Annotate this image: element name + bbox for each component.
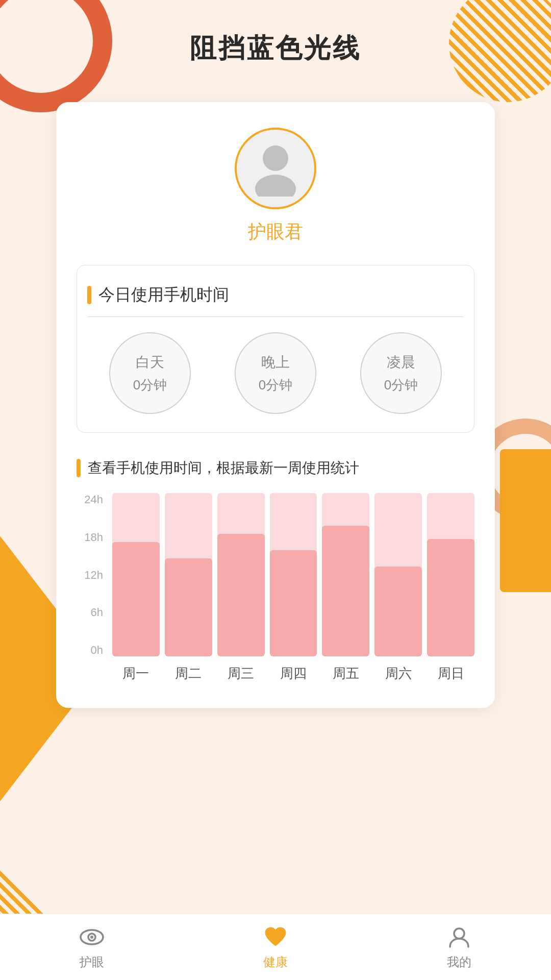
bar-thu-fill (270, 550, 317, 656)
page-title: 阻挡蓝色光线 (0, 31, 551, 66)
bar-thu (270, 493, 317, 656)
nav-item-health[interactable]: 健康 (263, 924, 288, 970)
chart-x-labels: 周一 周二 周三 周四 周五 周六 周日 (112, 665, 474, 682)
y-label-24: 24h (84, 493, 103, 506)
bar-sun-fill (427, 539, 474, 656)
bar-mon-fill (112, 542, 160, 656)
weekly-chart-title: 查看手机使用时间，根据最新一周使用统计 (88, 458, 359, 478)
bar-mon (112, 493, 160, 656)
bar-tue-fill (165, 558, 212, 656)
evening-label: 晚上 (261, 353, 290, 372)
x-label-sun: 周日 (427, 665, 474, 682)
nav-item-eye[interactable]: 护眼 (79, 924, 105, 970)
deco-orange-rect (500, 449, 551, 592)
main-card: 护眼君 今日使用手机时间 白天 0分钟 晚上 0分钟 凌晨 0分钟 查看手机使 (56, 102, 495, 708)
bar-wed (217, 493, 265, 656)
username: 护眼君 (248, 219, 303, 244)
nav-label-eye: 护眼 (80, 954, 104, 970)
usage-title-row: 今日使用手机时间 (87, 284, 464, 317)
today-usage-box: 今日使用手机时间 白天 0分钟 晚上 0分钟 凌晨 0分钟 (77, 265, 474, 433)
daytime-value: 0分钟 (133, 376, 167, 394)
person-icon (446, 924, 472, 950)
y-label-12: 12h (84, 569, 103, 582)
bar-wed-fill (217, 534, 265, 656)
today-usage-title: 今日使用手机时间 (98, 284, 229, 306)
evening-value: 0分钟 (259, 376, 292, 394)
svg-point-5 (454, 928, 464, 939)
x-label-thu: 周四 (270, 665, 317, 682)
usage-circles: 白天 0分钟 晚上 0分钟 凌晨 0分钟 (87, 332, 464, 414)
svg-point-4 (90, 936, 93, 939)
daytime-label: 白天 (136, 353, 164, 372)
avatar[interactable] (235, 128, 316, 209)
bar-fri-fill (322, 526, 369, 656)
section-bar-1 (87, 286, 91, 304)
svg-point-0 (263, 145, 288, 171)
avatar-icon (237, 130, 314, 207)
y-label-0: 0h (91, 644, 103, 657)
x-label-wed: 周三 (217, 665, 265, 682)
bar-sun (427, 493, 474, 656)
nav-label-health: 健康 (263, 954, 288, 970)
bar-fri (322, 493, 369, 656)
weekly-chart-section: 查看手机使用时间，根据最新一周使用统计 24h 18h 12h 6h 0h (77, 458, 474, 682)
section-bar-2 (77, 459, 81, 477)
usage-circle-evening: 晚上 0分钟 (235, 332, 316, 414)
chart-area: 24h 18h 12h 6h 0h (77, 493, 474, 682)
bar-tue (165, 493, 212, 656)
chart-y-labels: 24h 18h 12h 6h 0h (77, 493, 107, 657)
svg-point-1 (255, 175, 296, 197)
bar-sat (374, 493, 422, 656)
eye-icon (79, 924, 105, 950)
avatar-section: 护眼君 (77, 128, 474, 244)
x-label-sat: 周六 (374, 665, 422, 682)
y-label-18: 18h (84, 531, 103, 544)
y-label-6: 6h (91, 606, 103, 619)
bottom-nav: 护眼 健康 我的 (0, 914, 551, 980)
nav-label-mine: 我的 (447, 954, 471, 970)
x-label-tue: 周二 (165, 665, 212, 682)
bar-sat-fill (374, 567, 422, 656)
dawn-label: 凌晨 (387, 353, 415, 372)
x-label-mon: 周一 (112, 665, 160, 682)
dawn-value: 0分钟 (384, 376, 418, 394)
chart-bars (112, 493, 474, 656)
nav-item-mine[interactable]: 我的 (446, 924, 472, 970)
heart-icon (263, 924, 288, 950)
usage-circle-dawn: 凌晨 0分钟 (360, 332, 442, 414)
x-label-fri: 周五 (322, 665, 369, 682)
usage-circle-daytime: 白天 0分钟 (109, 332, 191, 414)
